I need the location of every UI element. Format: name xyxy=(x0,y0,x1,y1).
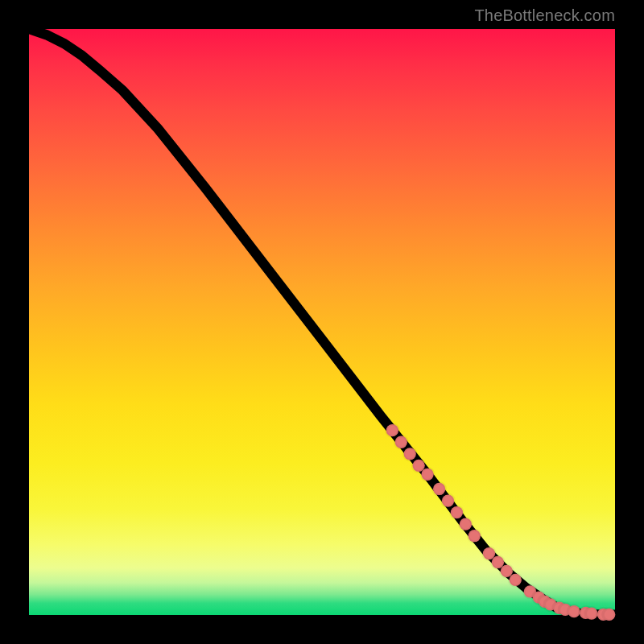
data-marker xyxy=(404,448,416,460)
data-marker xyxy=(442,494,454,506)
chart-overlay xyxy=(29,29,615,615)
data-marker xyxy=(603,609,615,621)
watermark-text: TheBottleneck.com xyxy=(474,6,615,25)
chart-container: TheBottleneck.com xyxy=(0,0,644,644)
data-marker xyxy=(421,469,433,481)
data-marker xyxy=(469,530,481,542)
data-marker xyxy=(451,506,463,518)
data-marker xyxy=(395,436,407,448)
bottleneck-curve xyxy=(29,29,615,615)
data-marker xyxy=(433,483,445,495)
data-marker xyxy=(386,424,398,436)
marker-group xyxy=(386,424,616,621)
data-marker xyxy=(460,518,472,530)
data-marker xyxy=(510,574,522,586)
